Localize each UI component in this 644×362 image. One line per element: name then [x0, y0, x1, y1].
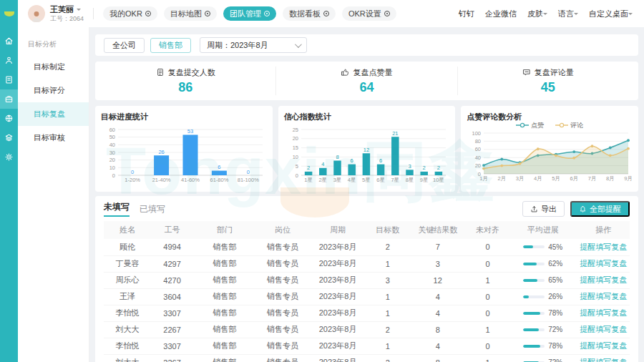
- remind-fill-review-link[interactable]: 提醒填写复盘: [580, 275, 627, 284]
- document-icon[interactable]: [0, 70, 18, 89]
- custom-desktop-menu[interactable]: 自定义桌面: [589, 9, 633, 19]
- cell-department: 销售部: [193, 305, 256, 321]
- tab-badge-icon: [145, 11, 151, 16]
- home-icon[interactable]: [0, 31, 18, 51]
- likes-comments-chart-card: 点赞评论数分析 点赞评论 0204060801001月2月3月4月5月6月7月8…: [461, 106, 638, 192]
- skin-menu[interactable]: 皮肤: [527, 9, 547, 19]
- remind-all-button[interactable]: 全部提醒: [570, 201, 630, 217]
- likes-comments-line-chart: 0204060801001月2月3月4月5月6月7月8月9月: [467, 129, 633, 188]
- progress-percent: 62%: [548, 260, 562, 268]
- unfilled-review-table: 姓名工号部门岗位周期目标数关键结果数未对齐平均进展操作 顾伦4994销售部销售专…: [104, 221, 630, 362]
- sidebar-item-goal-audit[interactable]: 目标审核: [18, 126, 89, 150]
- column-header: 关键结果数: [409, 221, 467, 239]
- remind-fill-review-link[interactable]: 提醒填写复盘: [580, 358, 627, 362]
- cell-average-progress: 45%: [509, 239, 577, 255]
- layers-icon[interactable]: [0, 128, 18, 147]
- sidebar-item-goal-review[interactable]: 目标复盘: [18, 102, 89, 126]
- cell-name: 李怡悦: [104, 305, 151, 321]
- tab-filled[interactable]: 已填写: [140, 203, 165, 215]
- svg-text:15: 15: [292, 145, 298, 151]
- svg-text:41-60%: 41-60%: [181, 177, 200, 183]
- progress-bar: [523, 328, 545, 331]
- svg-text:2星: 2星: [318, 177, 327, 183]
- remind-fill-review-link[interactable]: 提醒填写复盘: [580, 292, 627, 300]
- remind-fill-review-link[interactable]: 提醒填写复盘: [580, 259, 627, 268]
- stat-label: 复盘提交人数: [168, 67, 215, 78]
- cell-unaligned: 0: [467, 305, 509, 321]
- topbar-right: 钉钉 企业微信 皮肤 语言 自定义桌面: [459, 9, 644, 19]
- svg-text:8: 8: [336, 154, 338, 160]
- goal-progress-chart-card: 目标进度统计 010203040506001-20%2621-40%5341-6…: [95, 106, 273, 192]
- cell-kr-count: 4: [409, 288, 467, 305]
- cell-action: 提醒填写复盘: [577, 354, 630, 362]
- remind-fill-review-link[interactable]: 提醒填写复盘: [580, 325, 627, 333]
- cell-name: 王泽: [104, 288, 151, 305]
- legend-item[interactable]: 点赞: [516, 121, 544, 130]
- cell-position: 销售专员: [256, 288, 309, 305]
- bell-icon: [579, 205, 587, 213]
- svg-text:10: 10: [109, 165, 115, 171]
- legend-item[interactable]: 评论: [555, 121, 583, 130]
- progress-percent: 45%: [548, 243, 562, 251]
- remind-fill-review-link[interactable]: 提醒填写复盘: [580, 243, 627, 251]
- nav-tab-dashboard[interactable]: 数据看板: [283, 6, 336, 21]
- export-button[interactable]: 导出: [522, 201, 565, 217]
- export-icon: [530, 205, 538, 213]
- language-menu[interactable]: 语言: [558, 9, 578, 19]
- cell-unaligned: 0: [467, 255, 509, 272]
- nav-tab-team-management[interactable]: 团队管理: [223, 6, 276, 21]
- nav-tab-okr-settings[interactable]: OKR设置: [342, 6, 396, 21]
- nav-tab-my-okr[interactable]: 我的OKR: [103, 6, 157, 21]
- avatar: [28, 5, 45, 22]
- chevron-down-icon: [628, 13, 633, 17]
- workbench-icon[interactable]: [0, 89, 18, 109]
- cell-goal-count: 3: [366, 272, 409, 288]
- cell-average-progress: 78%: [509, 305, 577, 321]
- scope-sales-dept-button[interactable]: 销售部: [150, 38, 191, 53]
- wecom-link[interactable]: 企业微信: [485, 9, 517, 19]
- remind-fill-review-link[interactable]: 提醒填写复盘: [580, 308, 627, 317]
- progress-bar: [523, 245, 545, 248]
- scope-all-company-button[interactable]: 全公司: [104, 38, 145, 53]
- remind-fill-review-link[interactable]: 提醒填写复盘: [580, 341, 627, 350]
- table-row: 李怡悦3307销售部销售专员2023年8月14078%提醒填写复盘: [104, 305, 630, 321]
- svg-text:60: 60: [475, 146, 481, 152]
- team-icon[interactable]: [0, 51, 18, 70]
- app-logo[interactable]: [0, 0, 18, 27]
- cell-employee-id: 3604: [151, 288, 193, 305]
- svg-text:0: 0: [112, 172, 115, 179]
- cell-period: 2023年8月: [309, 305, 367, 321]
- globe-icon[interactable]: [0, 109, 18, 128]
- cell-employee-id: 4270: [151, 272, 193, 288]
- cell-average-progress: 26%: [509, 288, 577, 305]
- svg-text:61-80%: 61-80%: [210, 177, 228, 183]
- cell-kr-count: 3: [409, 255, 467, 272]
- cell-position: 销售专员: [256, 272, 309, 288]
- column-header: 姓名: [104, 221, 151, 239]
- column-header: 未对齐: [467, 221, 509, 239]
- cell-employee-id: 2267: [151, 321, 193, 338]
- svg-text:26: 26: [158, 149, 164, 155]
- sidebar-item-goal-setting[interactable]: 目标制定: [18, 55, 89, 79]
- svg-text:20: 20: [109, 157, 115, 163]
- svg-text:9月: 9月: [625, 175, 633, 182]
- svg-text:3: 3: [408, 163, 411, 170]
- svg-text:60: 60: [109, 127, 115, 133]
- svg-text:0: 0: [247, 169, 250, 175]
- dingtalk-link[interactable]: 钉钉: [459, 9, 474, 19]
- period-select[interactable]: 周期：2023年8月: [200, 37, 307, 53]
- cell-unaligned: 1: [467, 321, 509, 338]
- chart-title: 目标进度统计: [101, 112, 267, 121]
- sidebar-item-goal-scoring[interactable]: 目标评分: [18, 79, 89, 102]
- svg-text:3星: 3星: [333, 177, 341, 183]
- charts-row: 目标进度统计 010203040506001-20%2621-40%5341-6…: [95, 106, 638, 192]
- nav-tab-goal-map[interactable]: 目标地图: [164, 6, 217, 21]
- svg-text:30: 30: [109, 150, 115, 156]
- chart-title: 点赞评论数分析: [467, 112, 633, 121]
- settings-icon[interactable]: [0, 147, 18, 167]
- stat-label: 复盘点赞量: [353, 67, 392, 78]
- tab-unfilled[interactable]: 未填写: [104, 201, 130, 217]
- cell-department: 销售部: [193, 321, 256, 338]
- user-profile[interactable]: 王芙丽 工号：2064: [28, 5, 84, 23]
- user-name: 王芙丽: [50, 5, 74, 14]
